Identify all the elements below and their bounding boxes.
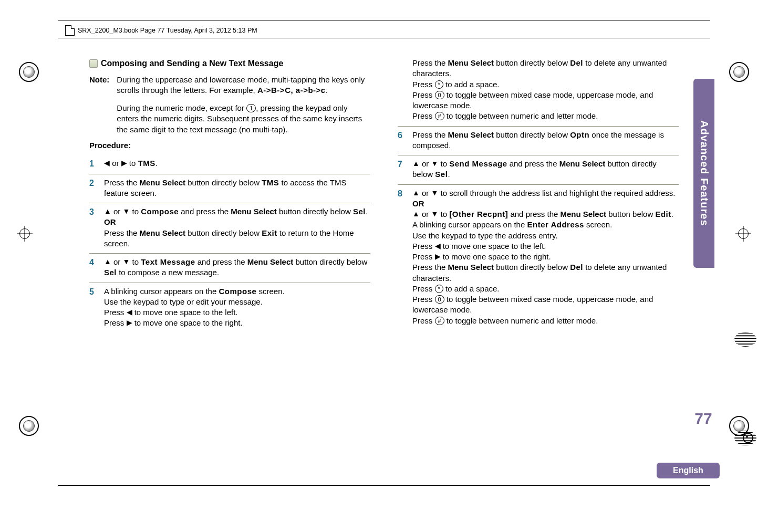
steps-right: 6Press the Menu Select button directly b… (398, 127, 679, 330)
step-number: 5 (89, 286, 98, 298)
binder-ring-icon (19, 416, 39, 436)
procedure-step: 8▲ or ▼ to scroll through the address li… (398, 185, 679, 330)
dot-emblem-icon (743, 433, 753, 443)
step-body: ▲ or ▼ to scroll through the address lis… (412, 188, 679, 326)
step-body: ▲ or ▼ to Compose and press the Menu Sel… (104, 206, 370, 249)
step-number: 3 (89, 206, 98, 218)
note-para-1: During the uppercase and lowercase mode,… (117, 75, 370, 96)
binder-ring-icon (729, 62, 749, 82)
header-rule (58, 20, 710, 20)
step-body: A blinking cursor appears on the Compose… (104, 286, 370, 329)
step-body: Press the Menu Select button directly be… (412, 58, 679, 122)
note-body: During the uppercase and lowercase mode,… (117, 75, 370, 135)
header-rule (58, 38, 710, 38)
step-number: 2 (89, 178, 98, 189)
procedure-step: 7▲ or ▼ to Send Message and press the Me… (398, 155, 679, 185)
note-para-2: During the numeric mode, except for 1, p… (117, 103, 370, 135)
steps-left: 1◀ or ▶ to TMS.2Press the Menu Select bu… (89, 155, 370, 333)
book-icon (89, 59, 98, 68)
note-block: Note: During the uppercase and lowercase… (89, 75, 370, 135)
step-number: 4 (89, 257, 98, 268)
section-title: Composing and Sending a New Text Message (101, 58, 283, 69)
left-column: Composing and Sending a New Text Message… (89, 58, 370, 458)
step-body: Press the Menu Select button directly be… (412, 130, 679, 151)
procedure-step: 4▲ or ▼ to Text Message and press the Me… (89, 254, 370, 283)
binder-ring-icon (19, 62, 39, 82)
registration-mark-icon (17, 226, 33, 242)
section-heading: Composing and Sending a New Text Message (89, 58, 370, 69)
procedure-step: 6Press the Menu Select button directly b… (398, 127, 679, 156)
content-area: Composing and Sending a New Text Message… (89, 58, 679, 458)
procedure-step: 2Press the Menu Select button directly b… (89, 174, 370, 204)
step-number: 7 (398, 159, 406, 170)
step-body: ▲ or ▼ to Text Message and press the Men… (104, 257, 370, 278)
procedure-step: 5A blinking cursor appears on the Compos… (89, 283, 370, 333)
page-icon (65, 25, 75, 36)
note-text: During the numeric mode, except for (117, 103, 246, 112)
right-column: Press the Menu Select button directly be… (398, 58, 679, 458)
step-body: ◀ or ▶ to TMS. (104, 158, 370, 169)
page-number: 77 (692, 410, 714, 427)
step-number: 6 (398, 130, 406, 141)
procedure-step: 3▲ or ▼ to Compose and press the Menu Se… (89, 203, 370, 254)
step-body: Press the Menu Select button directly be… (104, 178, 370, 199)
language-pill: English (657, 463, 720, 478)
step-number: 8 (398, 188, 406, 200)
section-tab: Advanced Features (693, 79, 714, 268)
keypad-1-icon: 1 (246, 104, 256, 112)
footer-rule (58, 485, 710, 486)
note-sequence: A->B->C, a->b->c (257, 86, 326, 95)
procedure-step: 1◀ or ▶ to TMS. (89, 155, 370, 174)
note-label: Note: (89, 75, 109, 85)
hatch-emblem-icon (734, 332, 756, 347)
header-info: SRX_2200_M3.book Page 77 Tuesday, April … (65, 25, 257, 36)
header-text: SRX_2200_M3.book Page 77 Tuesday, April … (78, 27, 257, 34)
step-body: ▲ or ▼ to Send Message and press the Men… (412, 159, 679, 180)
registration-mark-icon (735, 226, 751, 242)
step-5-continued: Press the Menu Select button directly be… (398, 58, 679, 126)
page: SRX_2200_M3.book Page 77 Tuesday, April … (0, 0, 768, 532)
note-text: . (326, 86, 328, 95)
procedure-label: Procedure: (89, 140, 370, 151)
step-number: 1 (89, 158, 98, 170)
